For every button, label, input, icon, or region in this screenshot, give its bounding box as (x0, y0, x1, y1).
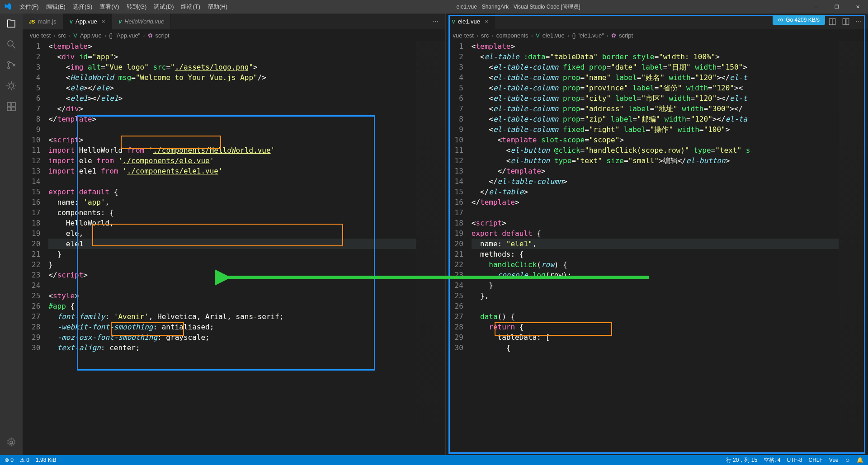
code-line[interactable] (48, 176, 415, 187)
window-maximize[interactable]: ❐ (826, 0, 847, 14)
code-line[interactable]: ele1 (48, 239, 415, 249)
code-line[interactable]: <el-button @click="handleClick(scope.row… (472, 145, 839, 155)
code-line[interactable]: }, (472, 291, 839, 301)
status-size[interactable]: 1.98 KiB (36, 457, 56, 463)
code-line[interactable] (472, 207, 839, 218)
menu-goto[interactable]: 转到(G) (123, 3, 151, 11)
code-line[interactable]: </script> (48, 270, 415, 280)
code-line[interactable]: -webkit-font-smoothing: antialiased; (48, 322, 415, 332)
code-line[interactable]: <el-table-column prop="city" label="市区" … (472, 93, 839, 103)
code-line[interactable]: } (472, 280, 839, 291)
code-line[interactable]: <template slot-scope="scope"> (472, 135, 839, 145)
menu-help[interactable]: 帮助(H) (204, 3, 231, 11)
tab-ele1vue[interactable]: Vele1.vue× (446, 14, 495, 29)
breadcrumb-left[interactable]: vue-test› src› VApp.vue› {} "App.vue"› ✿… (23, 29, 445, 41)
code-line[interactable]: -moz-osx-font-smoothing: grayscale; (48, 332, 415, 343)
code-line[interactable]: <div id="app"> (48, 52, 415, 62)
code-line[interactable]: <style> (48, 291, 415, 301)
code-line[interactable]: <el-table-column prop="zip" label="邮编" w… (472, 114, 839, 124)
minimap-left[interactable] (416, 41, 445, 455)
code-line[interactable]: font-family: 'Avenir', Helvetica, Arial,… (48, 311, 415, 322)
code-line[interactable]: name: 'app', (48, 197, 415, 207)
code-line[interactable]: console.log(row); (472, 270, 839, 280)
code-line[interactable]: tableData: [ (472, 332, 839, 343)
status-lang[interactable]: Vue (829, 457, 839, 463)
editor-right[interactable]: 1234567891011121314151617181920212223242… (446, 41, 868, 455)
menu-view[interactable]: 查看(V) (96, 3, 123, 11)
code-line[interactable]: </el-table-column> (472, 176, 839, 187)
code-line[interactable]: <script> (48, 135, 415, 145)
editor-left[interactable]: 1234567891011121314151617181920212223242… (23, 41, 445, 455)
code-line[interactable]: <ele></ele> (48, 83, 415, 93)
extensions-icon[interactable] (5, 100, 18, 113)
split-editor-icon[interactable] (842, 18, 850, 26)
close-icon[interactable]: × (102, 18, 105, 25)
code-line[interactable]: <el-table-column fixed="right" label="操作… (472, 124, 839, 135)
explorer-icon[interactable] (5, 17, 18, 30)
window-close[interactable]: ✕ (847, 0, 868, 14)
code-line[interactable]: </template> (48, 114, 415, 124)
tab-mainjs[interactable]: JSmain.js (23, 14, 63, 29)
go-extension-badge[interactable]: ∞Go 4209 KB/s (773, 15, 825, 25)
code-line[interactable]: <el-button type="text" size="small">编辑</… (472, 155, 839, 166)
code-line[interactable]: methods: { (472, 249, 839, 259)
code-line[interactable]: <el-table :data="tableData" border style… (472, 52, 839, 62)
code-line[interactable]: name: "ele1", (472, 239, 839, 249)
search-icon[interactable] (5, 38, 18, 51)
code-line[interactable]: </template> (472, 166, 839, 176)
code-line[interactable]: </template> (472, 197, 839, 207)
settings-icon[interactable] (5, 436, 18, 449)
window-minimize[interactable]: ─ (806, 0, 826, 14)
menu-select[interactable]: 选择(S) (69, 3, 96, 11)
menu-terminal[interactable]: 终端(T) (177, 3, 204, 11)
code-line[interactable] (48, 124, 415, 135)
status-feedback-icon[interactable]: ☺ (845, 457, 850, 463)
code-line[interactable]: <el-table-column fixed prop="date" label… (472, 62, 839, 72)
status-bell-icon[interactable]: 🔔 (857, 457, 863, 463)
tab-appvue[interactable]: VApp.vue× (63, 14, 112, 29)
status-eol[interactable]: CRLF (808, 457, 822, 463)
code-line[interactable]: <el-table-column prop="address" label="地… (472, 103, 839, 114)
code-line[interactable]: return { (472, 322, 839, 332)
debug-icon[interactable] (5, 80, 18, 92)
code-line[interactable]: handleClick(row) { (472, 259, 839, 270)
code-line[interactable] (472, 301, 839, 311)
tab-helloworld[interactable]: VHelloWorld.vue (112, 14, 171, 29)
code-line[interactable]: data() { (472, 311, 839, 322)
more-icon[interactable]: ⋯ (433, 18, 441, 26)
status-cursor[interactable]: 行 20，列 15 (726, 456, 757, 464)
code-line[interactable]: <script> (472, 218, 839, 228)
menu-edit[interactable]: 编辑(E) (42, 3, 69, 11)
code-line[interactable]: <template> (48, 41, 415, 52)
code-line[interactable] (48, 280, 415, 291)
more-icon[interactable]: ⋯ (855, 18, 863, 26)
code-line[interactable]: } (48, 259, 415, 270)
source-control-icon[interactable] (5, 59, 18, 71)
code-line[interactable]: import HelloWorld from './components/Hel… (48, 145, 415, 155)
code-line[interactable]: import ele1 from './components/ele1.vue' (48, 166, 415, 176)
code-line[interactable]: export default { (472, 228, 839, 239)
status-encoding[interactable]: UTF-8 (787, 457, 802, 463)
code-line[interactable]: text-align: center; (48, 343, 415, 353)
status-indent[interactable]: 空格: 4 (764, 456, 780, 464)
code-line[interactable]: #app { (48, 301, 415, 311)
code-line[interactable]: <HelloWorld msg="Welcome to Your Vue.js … (48, 72, 415, 83)
status-errors[interactable]: ⊗ 0 (5, 457, 14, 463)
code-line[interactable]: </div> (48, 103, 415, 114)
status-warnings[interactable]: ⚠ 0 (20, 457, 29, 463)
menu-debug[interactable]: 调试(D) (150, 3, 177, 11)
code-line[interactable]: import ele from './components/ele.vue' (48, 155, 415, 166)
code-line[interactable]: } (48, 249, 415, 259)
code-line[interactable]: <img alt="Vue logo" src="./assets/logo.p… (48, 62, 415, 72)
code-line[interactable]: </el-table> (472, 187, 839, 197)
code-line[interactable]: { (472, 343, 839, 353)
code-line[interactable]: <template> (472, 41, 839, 52)
menu-file[interactable]: 文件(F) (16, 3, 42, 11)
code-line[interactable]: <el-table-column prop="province" label="… (472, 83, 839, 93)
close-icon[interactable]: × (485, 18, 488, 25)
code-line[interactable]: <ele1></ele1> (48, 93, 415, 103)
minimap-right[interactable] (839, 41, 868, 455)
code-line[interactable]: export default { (48, 187, 415, 197)
breadcrumb-right[interactable]: vue-test› src› components› Vele1.vue› {}… (446, 29, 868, 41)
code-line[interactable]: <el-table-column prop="name" label="姓名" … (472, 72, 839, 83)
